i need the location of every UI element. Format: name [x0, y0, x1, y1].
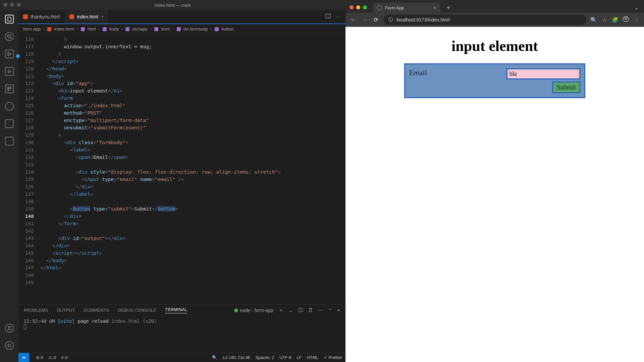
- symbol-icon: [103, 27, 107, 31]
- forward-button[interactable]: →: [361, 16, 368, 23]
- panel-tab-terminal[interactable]: TERMINAL: [165, 307, 187, 313]
- close-dot-icon[interactable]: [350, 5, 354, 9]
- svg-point-14: [625, 17, 627, 19]
- svg-point-8: [8, 326, 10, 328]
- terminal-task[interactable]: node - form-app: [234, 308, 273, 313]
- breadcrumbs[interactable]: form-app› index.html› html› body› div#ap…: [18, 24, 345, 34]
- remote-indicator[interactable]: [18, 353, 29, 362]
- status-spaces[interactable]: Spaces: 2: [256, 355, 274, 360]
- crumb[interactable]: button: [221, 26, 233, 32]
- crumb[interactable]: div.formbody: [183, 26, 208, 32]
- panel-tabs: PROBLEMS OUTPUT COMMENTS DEBUG CONSOLE T…: [18, 304, 345, 316]
- extensions-puzzle-icon[interactable]: 🧩: [612, 17, 619, 23]
- svg-rect-5: [7, 87, 9, 88]
- crumb[interactable]: index.html: [54, 26, 74, 32]
- back-button[interactable]: ←: [350, 16, 357, 23]
- status-formatter[interactable]: Prettier: [324, 355, 342, 360]
- panel-tab-problems[interactable]: PROBLEMS: [24, 308, 48, 313]
- minimize-dot-icon[interactable]: [356, 5, 360, 9]
- close-dot-icon[interactable]: [3, 3, 7, 7]
- testing-icon[interactable]: [5, 119, 14, 128]
- bookmarks-icon[interactable]: [5, 137, 14, 145]
- run-debug-icon[interactable]: [5, 67, 14, 76]
- split-terminal-icon[interactable]: [298, 308, 303, 313]
- html-file-icon: [47, 27, 51, 31]
- terminal-dropdown-icon[interactable]: ⌄: [289, 308, 293, 313]
- html-file-icon: [69, 14, 74, 19]
- search-icon[interactable]: [5, 32, 14, 41]
- accounts-icon[interactable]: [5, 324, 14, 333]
- email-form: Email Submit: [404, 63, 585, 98]
- vscode-titlebar: index.html — code: [0, 0, 345, 10]
- more-actions-icon[interactable]: ⋯: [335, 14, 341, 20]
- profile-avatar-icon[interactable]: [623, 16, 629, 23]
- panel: PROBLEMS OUTPUT COMMENTS DEBUG CONSOLE T…: [18, 304, 345, 353]
- terminal-body[interactable]: 11:52:48 AM [vite] page reload index.htm…: [18, 316, 345, 353]
- reload-button[interactable]: ⟳: [372, 16, 380, 23]
- tab-thankyou[interactable]: thankyou.html: [18, 10, 65, 23]
- zoom-dot-icon[interactable]: [363, 5, 367, 9]
- panel-tab-output[interactable]: OUTPUT: [57, 308, 75, 313]
- bookmark-star-icon[interactable]: ☆: [601, 17, 608, 23]
- browser-window-controls[interactable]: [350, 5, 367, 9]
- settings-gear-icon[interactable]: ⚙: [5, 341, 14, 350]
- status-ports[interactable]: ⎋ 0: [61, 355, 67, 360]
- editor-tabs: thankyou.html index.html × ⋯: [18, 10, 345, 24]
- new-terminal-icon[interactable]: ＋: [279, 307, 283, 313]
- window-controls[interactable]: [3, 3, 21, 7]
- minimize-dot-icon[interactable]: [10, 3, 14, 7]
- browser-toolbar: ← → ⟳ ⓘ localhost:5173/index.html 🔍 ☆ 🧩 …: [345, 13, 644, 27]
- activity-bar: 2 ⚙: [0, 10, 18, 362]
- status-lang[interactable]: HTML: [307, 355, 318, 360]
- status-eol[interactable]: LF: [297, 355, 302, 360]
- panel-tab-debug[interactable]: DEBUG CONSOLE: [118, 308, 156, 313]
- site-info-icon[interactable]: ⓘ: [388, 17, 393, 23]
- new-tab-button[interactable]: ＋: [443, 3, 454, 11]
- address-bar[interactable]: ⓘ localhost:5173/index.html: [384, 15, 586, 25]
- symbol-icon: [81, 27, 85, 31]
- status-search-icon[interactable]: 🔍: [212, 355, 217, 360]
- svg-point-2: [7, 52, 9, 54]
- close-tab-icon[interactable]: ×: [101, 14, 104, 19]
- symbol-icon: [177, 27, 181, 31]
- tab-label: index.html: [77, 14, 98, 19]
- task-status-icon: [234, 309, 238, 312]
- source-control-icon[interactable]: [5, 50, 14, 58]
- remote-explorer-icon[interactable]: [5, 102, 14, 111]
- split-editor-icon[interactable]: [325, 13, 331, 20]
- email-label: Email: [409, 68, 427, 77]
- crumb[interactable]: html: [88, 26, 96, 32]
- panel-tab-comments[interactable]: COMMENTS: [84, 308, 109, 313]
- zoom-dot-icon[interactable]: [17, 3, 21, 7]
- crumb[interactable]: form-app: [23, 26, 41, 32]
- status-errors[interactable]: ⊘ 0: [36, 355, 43, 360]
- browser-window: Form App × ＋ ⌄ ← → ⟳ ⓘ localhost:5173/in…: [345, 0, 644, 362]
- symbol-icon: [215, 27, 219, 31]
- vscode-window: index.html — code 2: [0, 0, 345, 362]
- crumb[interactable]: form: [161, 26, 170, 32]
- close-tab-icon[interactable]: ×: [433, 5, 436, 10]
- email-input[interactable]: [506, 68, 580, 79]
- submit-button[interactable]: Submit: [552, 81, 580, 93]
- code-content[interactable]: } window.output.innerText = msg; } </scr…: [39, 34, 345, 304]
- svg-point-3: [7, 55, 9, 56]
- crumb[interactable]: body: [109, 26, 119, 32]
- status-warnings[interactable]: ⚠ 0: [48, 355, 56, 360]
- status-encoding[interactable]: UTF-8: [279, 355, 291, 360]
- code-editor[interactable]: 1161171181191201211221231241251261271281…: [18, 34, 345, 304]
- browser-menu-icon[interactable]: ⋮: [633, 17, 640, 23]
- tab-index[interactable]: index.html ×: [65, 10, 109, 23]
- close-panel-icon[interactable]: ×: [337, 308, 340, 313]
- extensions-icon[interactable]: [5, 84, 14, 93]
- explorer-icon[interactable]: [5, 15, 14, 23]
- tabstrip-dropdown-icon[interactable]: ⌄: [632, 4, 641, 11]
- kill-terminal-icon[interactable]: [308, 308, 313, 313]
- window-title: index.html — code: [155, 3, 191, 8]
- zoom-icon[interactable]: 🔍: [590, 17, 597, 23]
- browser-tab[interactable]: Form App ×: [373, 3, 440, 13]
- more-panel-actions-icon[interactable]: ⋯: [318, 308, 323, 313]
- status-cursor[interactable]: Ln 140, Col 48: [223, 355, 250, 360]
- maximize-panel-icon[interactable]: ⌃: [328, 308, 332, 313]
- tab-label: thankyou.html: [31, 14, 60, 19]
- crumb[interactable]: div#app: [132, 26, 148, 32]
